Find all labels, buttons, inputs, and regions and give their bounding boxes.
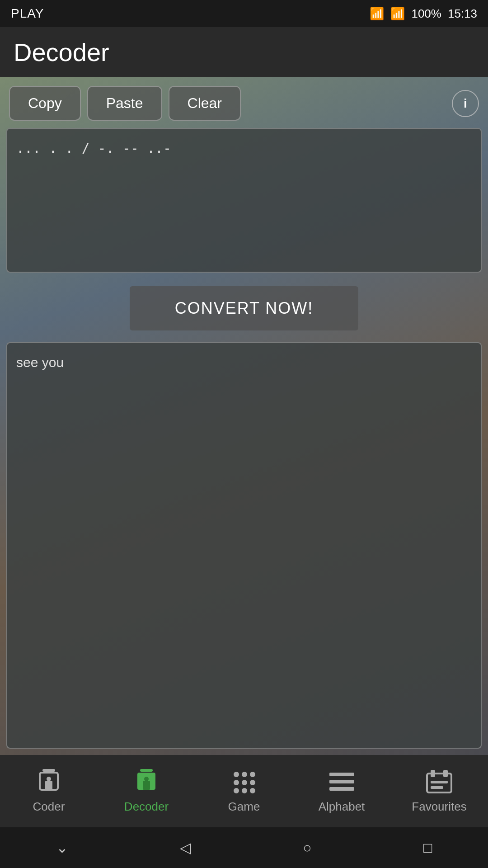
svg-rect-17 — [329, 773, 354, 776]
android-down-icon[interactable]: ⌄ — [38, 835, 86, 861]
svg-point-9 — [242, 772, 247, 777]
decoder-label: Decoder — [124, 800, 169, 814]
coder-label: Coder — [33, 800, 65, 814]
svg-rect-2 — [45, 781, 52, 790]
main-content: Copy Paste Clear i ... . . / -. -- ..- C… — [0, 77, 488, 755]
paste-button[interactable]: Paste — [87, 86, 162, 121]
svg-rect-22 — [443, 770, 448, 777]
sidebar-item-coder[interactable]: Coder — [13, 769, 85, 814]
convert-wrap: CONVERT NOW! — [0, 273, 488, 342]
morse-input-text: ... . . / -. -- ..- — [16, 138, 472, 158]
copy-button[interactable]: Copy — [9, 86, 81, 121]
svg-point-14 — [234, 788, 239, 793]
app-name: PLAY — [11, 6, 44, 21]
decoder-icon — [133, 769, 160, 796]
clear-button[interactable]: Clear — [169, 86, 241, 121]
sidebar-item-game[interactable]: Game — [208, 769, 280, 814]
svg-rect-23 — [431, 781, 448, 783]
game-label: Game — [228, 800, 260, 814]
svg-point-12 — [242, 780, 247, 785]
svg-rect-24 — [431, 786, 443, 789]
info-icon: i — [464, 96, 467, 111]
svg-rect-4 — [140, 769, 153, 772]
toolbar: Copy Paste Clear i — [0, 77, 488, 128]
svg-rect-19 — [329, 787, 354, 791]
favourites-label: Favourites — [412, 800, 466, 814]
svg-point-10 — [250, 772, 255, 777]
svg-point-16 — [250, 788, 255, 793]
alphabet-icon — [328, 769, 355, 796]
svg-point-3 — [47, 777, 51, 781]
svg-point-11 — [234, 780, 239, 785]
coder-icon — [35, 769, 62, 796]
wifi-icon: 📶 — [370, 7, 384, 21]
convert-button[interactable]: CONVERT NOW! — [130, 286, 359, 330]
signal-icon: 📶 — [390, 7, 405, 21]
sidebar-item-decoder[interactable]: Decoder — [110, 769, 183, 814]
svg-point-8 — [234, 772, 239, 777]
morse-input-area[interactable]: ... . . / -. -- ..- — [6, 128, 482, 273]
sidebar-item-alphabet[interactable]: Alphabet — [305, 769, 378, 814]
bottom-nav: Coder Decoder — [0, 755, 488, 827]
game-icon — [230, 769, 258, 796]
svg-rect-21 — [431, 770, 435, 777]
android-nav-bar: ⌄ ◁ ○ □ — [0, 827, 488, 868]
status-bar: PLAY 📶 📶 100% 15:13 — [0, 0, 488, 27]
clock: 15:13 — [448, 7, 477, 21]
app-header: Decoder — [0, 27, 488, 77]
svg-point-15 — [242, 788, 247, 793]
battery-text: 100% — [411, 7, 441, 21]
android-recents-icon[interactable]: □ — [405, 835, 450, 861]
sidebar-item-favourites[interactable]: Favourites — [403, 769, 475, 814]
output-area: see you — [6, 342, 482, 749]
page-title: Decoder — [14, 38, 109, 67]
info-button[interactable]: i — [452, 90, 479, 117]
android-back-icon[interactable]: ◁ — [162, 835, 209, 861]
svg-point-13 — [250, 780, 255, 785]
svg-rect-6 — [143, 781, 150, 790]
svg-rect-18 — [329, 780, 354, 783]
android-home-icon[interactable]: ○ — [285, 835, 329, 861]
status-icons: 📶 📶 100% 15:13 — [370, 7, 477, 21]
output-text: see you — [16, 352, 472, 373]
svg-rect-0 — [42, 769, 55, 772]
svg-point-7 — [144, 777, 149, 781]
alphabet-label: Alphabet — [319, 800, 365, 814]
favourites-icon — [426, 769, 453, 796]
